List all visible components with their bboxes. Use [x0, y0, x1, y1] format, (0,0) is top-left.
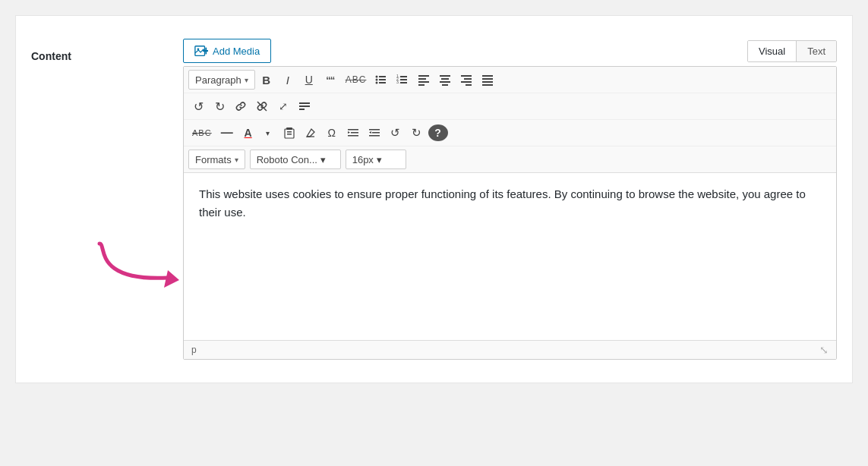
- svg-rect-8: [379, 79, 386, 80]
- font-color-arrow[interactable]: ▾: [258, 123, 278, 143]
- svg-rect-31: [482, 81, 493, 83]
- toolbar-row-1: Paragraph ▾ B I U ““ ABC 1.2.3.: [184, 67, 836, 93]
- svg-rect-24: [442, 84, 448, 86]
- svg-rect-19: [418, 81, 429, 83]
- svg-point-9: [376, 82, 378, 84]
- svg-rect-12: [400, 76, 407, 77]
- underline-button[interactable]: U: [299, 70, 319, 90]
- add-media-label: Add Media: [213, 46, 260, 57]
- svg-point-5: [376, 76, 378, 78]
- svg-rect-18: [418, 78, 426, 80]
- svg-rect-36: [299, 109, 305, 110]
- add-media-button[interactable]: Add Media: [183, 39, 271, 63]
- main-container: Content Add: [15, 15, 853, 383]
- editor-content[interactable]: This website uses cookies to ensure prop…: [184, 173, 836, 340]
- font-size-label: 16px: [352, 154, 374, 165]
- align-center-button[interactable]: [435, 70, 455, 90]
- outdent-button[interactable]: [365, 123, 384, 143]
- svg-point-2: [197, 48, 200, 50]
- editor-wrapper: Paragraph ▾ B I U ““ ABC 1.2.3.: [183, 66, 837, 360]
- toolbar-row-4: Formats ▾ Roboto Con... ▾ 16px ▾: [184, 146, 836, 172]
- redo2-button[interactable]: ↻: [407, 123, 427, 143]
- paragraph-dropdown[interactable]: Paragraph ▾: [188, 70, 255, 90]
- fullscreen-button[interactable]: ⤢: [273, 96, 293, 116]
- align-left-button[interactable]: [414, 70, 434, 90]
- visual-tab[interactable]: Visual: [748, 41, 796, 61]
- formats-arrow: ▾: [235, 156, 238, 164]
- formats-label: Formats: [195, 154, 232, 165]
- svg-rect-6: [379, 76, 386, 77]
- hr-button[interactable]: —: [217, 123, 237, 143]
- redo-button[interactable]: ↻: [210, 96, 229, 116]
- svg-rect-34: [299, 102, 310, 104]
- font-size-dropdown[interactable]: 16px ▾: [346, 150, 406, 169]
- editor-col: Add Media Visual Text Paragraph ▾ B I U: [183, 39, 837, 360]
- svg-rect-27: [461, 81, 472, 83]
- editor-toolbar: Paragraph ▾ B I U ““ ABC 1.2.3.: [184, 67, 836, 173]
- svg-rect-35: [299, 105, 310, 107]
- blockquote-button[interactable]: ““: [320, 70, 340, 90]
- svg-rect-40: [287, 134, 292, 135]
- undo2-button[interactable]: ↺: [386, 123, 406, 143]
- strikethrough2-button[interactable]: ABC: [188, 123, 216, 143]
- svg-rect-10: [379, 82, 386, 83]
- numbered-list-button[interactable]: 1.2.3.: [393, 70, 412, 90]
- svg-rect-28: [466, 84, 472, 86]
- content-text: This website uses cookies to ensure prop…: [199, 185, 821, 222]
- text-tab[interactable]: Text: [796, 41, 836, 61]
- svg-rect-39: [287, 131, 292, 133]
- bold-button[interactable]: B: [257, 70, 276, 90]
- svg-rect-17: [418, 75, 429, 77]
- field-label-col: Content: [31, 39, 183, 63]
- svg-rect-26: [464, 78, 472, 80]
- svg-rect-46: [369, 129, 380, 131]
- svg-point-7: [376, 79, 378, 81]
- align-right-button[interactable]: [456, 70, 476, 90]
- toolbar-row-2: ↺ ↻ ⤢: [184, 93, 836, 120]
- italic-button[interactable]: I: [278, 70, 298, 90]
- svg-marker-49: [369, 131, 371, 134]
- svg-rect-29: [482, 75, 493, 77]
- svg-marker-45: [348, 131, 350, 134]
- svg-rect-30: [482, 78, 493, 80]
- formats-dropdown[interactable]: Formats ▾: [188, 150, 245, 169]
- svg-text:3.: 3.: [396, 80, 399, 84]
- font-color-button[interactable]: A: [238, 123, 258, 143]
- svg-rect-43: [351, 132, 358, 134]
- add-media-icon: [194, 44, 208, 58]
- paragraph-label: Paragraph: [195, 74, 241, 86]
- svg-rect-23: [440, 81, 450, 83]
- svg-rect-16: [400, 82, 407, 83]
- svg-rect-32: [482, 84, 493, 86]
- indent-button[interactable]: [343, 123, 363, 143]
- svg-rect-14: [400, 79, 407, 80]
- arrow-annotation: [84, 236, 191, 297]
- view-toggle: Visual Text: [747, 40, 837, 62]
- eraser-button[interactable]: [301, 123, 320, 143]
- svg-rect-42: [348, 129, 358, 131]
- svg-rect-47: [372, 132, 380, 134]
- help-button[interactable]: ?: [428, 124, 448, 141]
- status-p: p: [191, 345, 197, 355]
- font-name-dropdown[interactable]: Roboto Con... ▾: [250, 150, 341, 169]
- svg-rect-20: [418, 84, 425, 86]
- svg-rect-25: [461, 75, 472, 77]
- content-label: Content: [31, 50, 71, 62]
- svg-marker-0: [164, 270, 179, 288]
- paste-text-button[interactable]: [279, 123, 299, 143]
- paragraph-arrow: ▾: [245, 76, 248, 84]
- toolbar-row-3: ABC — A ▾ Ω: [184, 120, 836, 146]
- omega-button[interactable]: Ω: [322, 123, 342, 143]
- resize-handle[interactable]: ⤡: [819, 344, 829, 356]
- editor-top-bar: Add Media Visual Text: [183, 39, 837, 63]
- font-size-arrow: ▾: [377, 154, 382, 165]
- link-button[interactable]: [231, 96, 251, 116]
- toolbar-toggle-button[interactable]: [295, 96, 314, 116]
- align-justify-button[interactable]: [478, 70, 497, 90]
- svg-rect-48: [369, 135, 380, 137]
- strikethrough-button[interactable]: ABC: [342, 70, 371, 90]
- unlink-button[interactable]: [252, 96, 272, 116]
- svg-rect-22: [441, 78, 449, 80]
- bullet-list-button[interactable]: [371, 70, 391, 90]
- undo-button[interactable]: ↺: [188, 96, 208, 116]
